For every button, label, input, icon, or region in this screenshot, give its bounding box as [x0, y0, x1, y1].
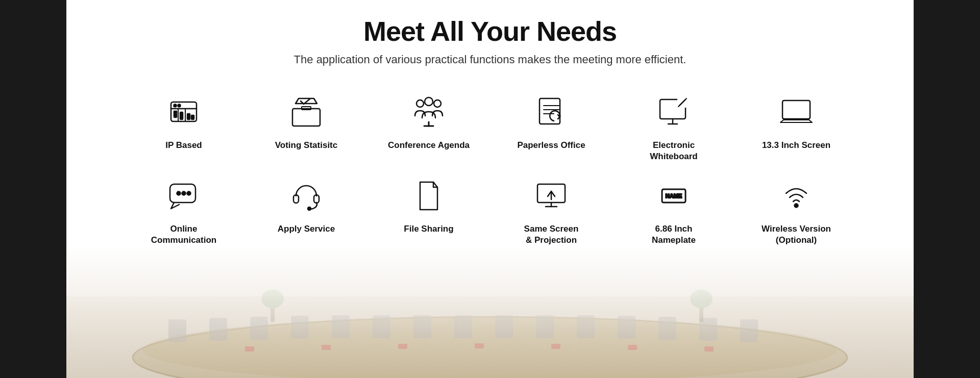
online-comm-label: OnlineCommunication	[151, 223, 216, 246]
svg-point-47	[434, 100, 441, 107]
wireless-label: Wireless Version(Optional)	[762, 223, 831, 246]
svg-point-48	[425, 97, 433, 106]
whiteboard-label: ElectronicWhiteboard	[650, 140, 698, 162]
left-panel	[0, 0, 66, 378]
features-row-1: IP Based Voting Statisitc	[66, 87, 914, 170]
feature-ip-based: IP Based	[122, 87, 245, 170]
feature-whiteboard: ElectronicWhiteboard	[612, 87, 735, 170]
feature-conference: Conference Agenda	[368, 87, 490, 170]
main-content: Meet All Your Needs The application of v…	[66, 0, 914, 378]
svg-marker-45	[296, 98, 317, 104]
svg-rect-42	[191, 115, 194, 119]
feature-apply-service: Apply Service	[245, 170, 368, 254]
ip-based-label: IP Based	[165, 140, 202, 151]
svg-rect-41	[187, 114, 190, 119]
screen-label: 13.3 Inch Screen	[762, 140, 830, 151]
svg-point-69	[308, 207, 311, 210]
paperless-label: Paperless Office	[517, 140, 585, 151]
conference-icon	[408, 92, 449, 133]
right-panel	[914, 0, 980, 378]
voting-label: Voting Statisitc	[275, 140, 337, 151]
same-screen-icon	[531, 175, 572, 216]
feature-same-screen: Same Screen& Projection	[490, 170, 612, 254]
voting-icon	[286, 92, 327, 133]
file-sharing-icon	[408, 175, 449, 216]
svg-point-46	[416, 100, 424, 107]
apply-service-icon	[286, 175, 327, 216]
conference-label: Conference Agenda	[388, 140, 470, 151]
whiteboard-icon	[653, 92, 694, 133]
svg-line-58	[678, 106, 679, 107]
features-grid: IP Based Voting Statisitc	[66, 87, 914, 254]
ip-based-icon	[163, 92, 204, 133]
wireless-icon	[776, 175, 817, 216]
nameplate-label: 6.86 InchNameplate	[652, 223, 696, 246]
feature-wireless: Wireless Version(Optional)	[735, 170, 857, 254]
svg-point-39	[178, 105, 181, 107]
page-subtitle: The application of various practical fun…	[294, 53, 687, 66]
svg-point-66	[187, 192, 191, 195]
feature-screen: 13.3 Inch Screen	[735, 87, 857, 170]
features-row-2: OnlineCommunication	[66, 170, 914, 254]
svg-text:NAME: NAME	[666, 193, 682, 199]
apply-service-label: Apply Service	[278, 223, 335, 235]
online-comm-icon	[163, 175, 204, 216]
svg-rect-40	[180, 112, 183, 119]
svg-point-64	[177, 192, 181, 195]
svg-point-65	[182, 192, 186, 195]
paperless-icon	[531, 92, 572, 133]
same-screen-label: Same Screen& Projection	[524, 223, 579, 246]
feature-file-sharing: File Sharing	[368, 170, 490, 254]
nameplate-icon: NAME	[653, 175, 694, 216]
svg-line-59	[685, 98, 687, 99]
page-title: Meet All Your Needs	[363, 15, 617, 47]
svg-rect-43	[292, 109, 320, 126]
feature-nameplate: NAME 6.86 InchNameplate	[612, 170, 735, 254]
svg-rect-62	[782, 100, 810, 119]
svg-point-38	[174, 105, 177, 107]
svg-point-76	[795, 204, 798, 208]
feature-paperless: Paperless Office	[490, 87, 612, 170]
screen-icon	[776, 92, 817, 133]
file-sharing-label: File Sharing	[404, 223, 453, 235]
feature-voting: Voting Statisitc	[245, 87, 368, 170]
feature-online-comm: OnlineCommunication	[122, 170, 245, 254]
